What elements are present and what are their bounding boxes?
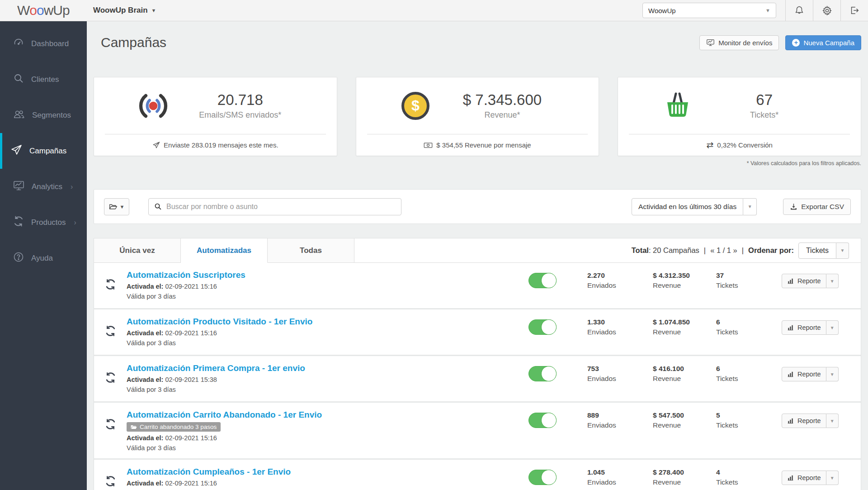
- stat-label: Revenue*: [450, 110, 554, 120]
- chevron-right-icon: ›: [74, 219, 76, 227]
- campaign-enabled-toggle[interactable]: [528, 413, 557, 428]
- bar-chart-icon: [787, 418, 794, 424]
- report-dropdown-caret[interactable]: ▼: [826, 471, 839, 485]
- logout-button[interactable]: [840, 0, 868, 21]
- campaign-enabled-toggle[interactable]: [528, 470, 557, 485]
- tab-unicavez[interactable]: Única vez: [94, 238, 181, 262]
- report-button[interactable]: Reporte: [782, 367, 826, 381]
- bar-chart-icon: [787, 324, 794, 331]
- sidebar-item-label: Ayuda: [31, 254, 53, 263]
- report-button[interactable]: Reporte: [782, 471, 826, 485]
- notifications-button[interactable]: [785, 0, 813, 21]
- report-dropdown-caret[interactable]: ▼: [826, 414, 839, 428]
- monitor-icon: [13, 181, 24, 193]
- stat-card-emails: 20.718 Emails/SMS enviados* Enviaste 283…: [94, 77, 337, 156]
- enviados-label: Enviados: [587, 328, 653, 336]
- stat-label: Tickets*: [712, 110, 816, 120]
- bar-chart-icon: [787, 475, 794, 481]
- exchange-icon: ⇄: [706, 140, 713, 150]
- folder-open-icon: [109, 203, 118, 210]
- campaign-title-link[interactable]: Automatización Carrito Abandonado - 1er …: [127, 410, 322, 420]
- paper-plane-icon: [11, 144, 22, 158]
- report-dropdown-caret[interactable]: ▼: [826, 274, 839, 288]
- banknote-icon: [424, 142, 433, 148]
- sidebar-item-segmentos[interactable]: Segmentos: [0, 97, 87, 133]
- plus-circle-icon: +: [792, 39, 800, 47]
- sidebar-item-analytics[interactable]: Analytics ›: [0, 169, 87, 205]
- list-meta: Total: 20 Campañas | « 1 / 1 » | Ordenar…: [632, 238, 861, 262]
- tickets-label: Tickets: [716, 328, 782, 336]
- stat-footer: ⇄ 0,32% Conversión: [618, 134, 861, 156]
- sidebar: Dashboard Clientes Segmentos Campañas An…: [0, 21, 87, 490]
- sidebar-item-label: Productos: [31, 218, 66, 227]
- recurring-campaign-icon: [94, 362, 127, 383]
- tab-todas[interactable]: Todas: [268, 238, 354, 262]
- page-title: Campañas: [101, 35, 166, 50]
- tickets-label: Tickets: [716, 478, 782, 486]
- enviados-label: Enviados: [587, 478, 653, 486]
- export-csv-button[interactable]: Exportar CSV: [783, 199, 851, 215]
- revenue-label: Revenue: [653, 478, 716, 486]
- organization-select[interactable]: WoowUp ▼: [642, 3, 776, 18]
- bell-icon: [794, 5, 804, 15]
- download-icon: [790, 203, 797, 210]
- sidebar-item-clientes[interactable]: Clientes: [0, 62, 87, 97]
- revenue-label: Revenue: [653, 328, 716, 336]
- campaign-title-link[interactable]: Automatización Cumpleaños - 1er Envio: [127, 467, 291, 477]
- revenue-value: $ 1.074.850: [653, 318, 716, 326]
- sidebar-item-ayuda[interactable]: Ayuda: [0, 240, 87, 276]
- campaign-enabled-toggle[interactable]: [528, 319, 557, 335]
- filter-bar: ▼ Actividad en los últimos 30 días ▼ Exp…: [94, 189, 861, 224]
- tickets-value: 5: [716, 411, 782, 419]
- search-icon: [13, 73, 24, 86]
- new-campaign-button[interactable]: + Nueva Campaña: [785, 35, 861, 50]
- revenue-value: $ 547.500: [653, 411, 716, 419]
- sort-select[interactable]: Tickets ▼: [798, 243, 849, 259]
- pagination[interactable]: « 1 / 1 »: [710, 246, 737, 255]
- tab-automatizadas[interactable]: Automatizadas: [181, 238, 268, 263]
- report-button[interactable]: Reporte: [782, 320, 826, 335]
- settings-button[interactable]: [813, 0, 840, 21]
- tickets-value: 37: [716, 271, 782, 280]
- sidebar-item-label: Dashboard: [31, 39, 69, 48]
- stat-value: 20.718: [188, 91, 292, 109]
- enviados-label: Enviados: [587, 375, 653, 383]
- revenue-value: $ 278.400: [653, 468, 716, 476]
- folder-filter-button[interactable]: ▼: [104, 198, 129, 215]
- sidebar-item-label: Analytics: [32, 182, 62, 191]
- campaign-enabled-toggle[interactable]: [528, 366, 557, 381]
- recurring-campaign-icon: [94, 315, 127, 337]
- sidebar-item-dashboard[interactable]: Dashboard: [0, 26, 87, 62]
- chevron-right-icon: ›: [71, 183, 73, 191]
- report-button[interactable]: Reporte: [782, 414, 826, 428]
- enviados-value: 1.045: [587, 468, 653, 476]
- enviados-label: Enviados: [587, 281, 653, 290]
- brand-dropdown[interactable]: WoowUp Brain ▼: [87, 0, 156, 21]
- bar-chart-icon: [787, 278, 794, 284]
- enviados-value: 1.330: [587, 318, 653, 326]
- campaign-title-link[interactable]: Automatización Primera Compra - 1er envi…: [127, 363, 305, 373]
- campaign-enabled-toggle[interactable]: [528, 273, 557, 288]
- tickets-label: Tickets: [716, 421, 782, 429]
- search-icon: [154, 203, 162, 210]
- app-logo[interactable]: WoowUp: [0, 0, 87, 21]
- campaign-tabs: Única vez Automatizadas Todas Total: 20 …: [94, 238, 861, 263]
- tickets-label: Tickets: [716, 281, 782, 290]
- chevron-down-icon: ▼: [151, 8, 156, 13]
- campaign-title-link[interactable]: Automatización Suscriptores: [127, 270, 245, 280]
- activity-period-select[interactable]: Actividad en los últimos 30 días ▼: [632, 198, 757, 215]
- stat-value: 67: [712, 91, 816, 109]
- campaign-title-link[interactable]: Automatización Producto Visitado - 1er E…: [127, 317, 312, 327]
- sidebar-item-label: Campañas: [29, 147, 66, 156]
- report-dropdown-caret[interactable]: ▼: [826, 320, 839, 335]
- sidebar-item-campanas[interactable]: Campañas: [0, 133, 87, 169]
- search-input[interactable]: [166, 203, 396, 211]
- report-dropdown-caret[interactable]: ▼: [826, 367, 839, 381]
- monitor-envios-button[interactable]: Monitor de envíos: [699, 35, 779, 50]
- report-button[interactable]: Reporte: [782, 274, 826, 288]
- monitor-icon: [706, 39, 715, 47]
- sidebar-item-label: Clientes: [31, 75, 59, 84]
- tickets-label: Tickets: [716, 375, 782, 383]
- campaign-row: Automatización Producto Visitado - 1er E…: [94, 309, 861, 355]
- sidebar-item-productos[interactable]: Productos ›: [0, 205, 87, 240]
